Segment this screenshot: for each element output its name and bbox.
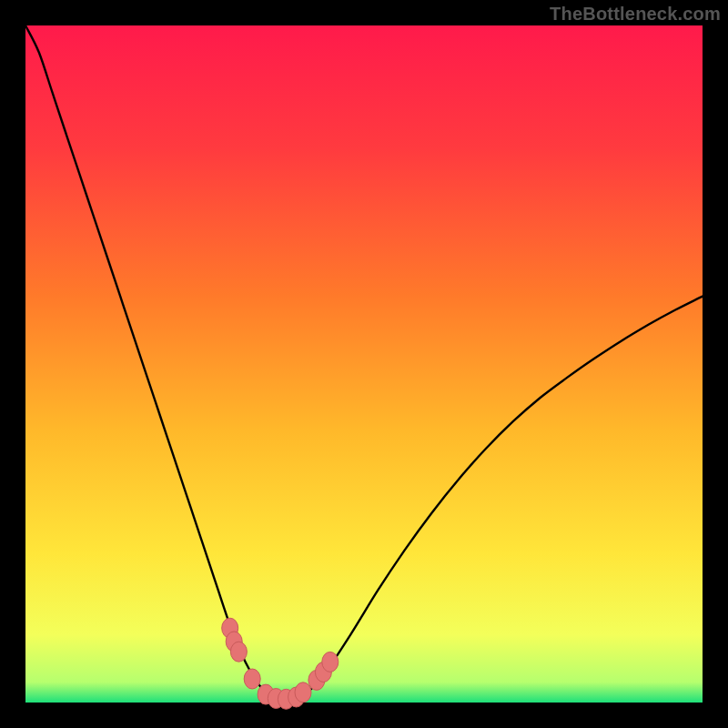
curve-marker [322,652,339,672]
watermark-text: TheBottleneck.com [550,4,721,25]
plot-area [25,25,703,703]
bottleneck-plot [0,0,728,728]
curve-marker [295,682,311,703]
chart-container: TheBottleneck.com [0,0,728,728]
curve-marker [230,642,247,662]
curve-marker [244,669,260,689]
